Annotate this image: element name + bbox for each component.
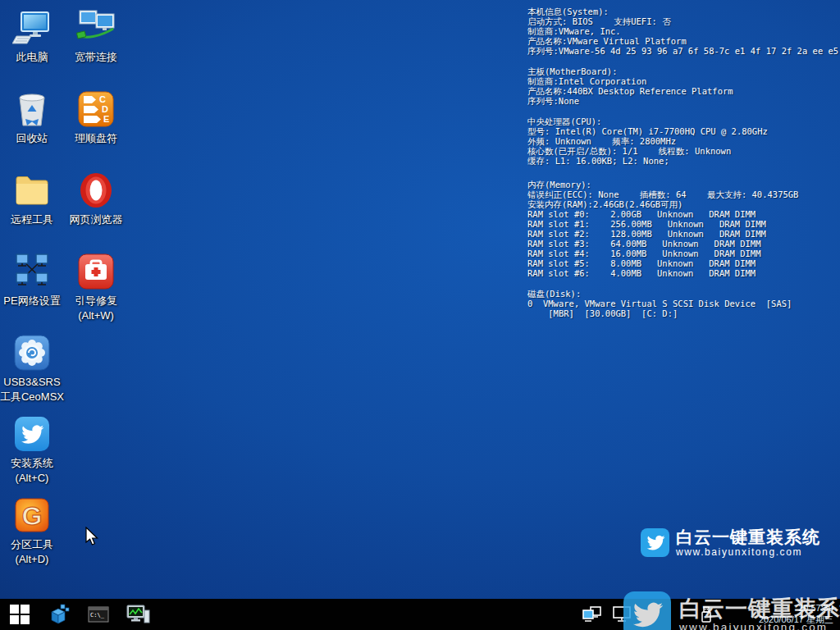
twitter-bird-icon <box>623 591 671 630</box>
info-line: 内存(Memory): <box>527 180 838 189</box>
info-line: 中央处理器(CPU): <box>527 116 838 126</box>
info-line: 序列号:VMware-56 4d 25 93 96 a7 6f 58-7c e1… <box>527 46 838 56</box>
desktop-icon-column: 宽带连接CDE理顺盘符网页浏览器引导修复(Alt+W) <box>64 8 128 577</box>
info-line: RAM slot #1: 256.00MB Unknown DRAM DIMM <box>527 219 838 229</box>
desktop-icon-label: USB3&SRS工具CeoMSX <box>0 375 64 404</box>
taskbar-command-prompt-button[interactable]: C:\_ <box>79 599 118 630</box>
info-line: RAM slot #3: 64.00MB Unknown DRAM DIMM <box>527 239 838 249</box>
desktop-icon-label: 回收站 <box>16 131 48 146</box>
info-line: RAM slot #2: 128.00MB Unknown DRAM DIMM <box>527 229 838 239</box>
info-line: RAM slot #0: 2.00GB Unknown DRAM DIMM <box>527 209 838 219</box>
folder-icon <box>12 171 52 210</box>
info-line: 缓存: L1: 16.00KB; L2: None; <box>527 156 838 166</box>
desktop-icon-remote-tools[interactable]: 远程工具 <box>0 171 64 252</box>
svg-text:E: E <box>103 114 109 124</box>
boot-repair-icon <box>76 252 116 291</box>
broadband-icon <box>76 8 116 48</box>
desktop-icon-label: PE网络设置 <box>3 294 60 308</box>
system-info-motherboard: 主板(MotherBoard):制造商:Intel Corporation产品名… <box>527 66 838 106</box>
desktop-icon-label: 理顺盘符 <box>75 131 117 146</box>
desktop-icon-label: 宽带连接 <box>75 50 117 65</box>
desktop-icon-web-browser[interactable]: 网页浏览器 <box>64 171 128 252</box>
info-line: 核心数(已开启/总数): 1/1 线程数: Unknown <box>527 146 838 156</box>
desktop-icon-drive-letters[interactable]: CDE理顺盘符 <box>64 89 128 171</box>
info-line: [MBR] [30.00GB] [C: D:] <box>527 308 838 318</box>
pe-network-icon <box>12 252 52 291</box>
install-system-icon <box>12 414 52 454</box>
info-line: 外频: Unknown 频率: 2800MHz <box>527 136 838 146</box>
svg-text:C: C <box>99 94 106 104</box>
this-pc-icon <box>12 8 52 48</box>
info-line: 主板(MotherBoard): <box>527 66 838 76</box>
info-line: RAM slot #5: 8.00MB Unknown DRAM DIMM <box>527 258 838 268</box>
desktop-icon-recycle-bin[interactable]: 回收站 <box>0 89 64 171</box>
system-info-system: 本机信息(System):启动方式: BIOS 支持UEFI: 否制造商:VMw… <box>527 7 838 56</box>
info-line: 磁盘(Disk): <box>527 289 838 299</box>
system-info-panel: 本机信息(System):启动方式: BIOS 支持UEFI: 否制造商:VMw… <box>527 7 838 329</box>
desktop-icon-partition-tool[interactable]: G分区工具(Alt+D) <box>0 495 64 577</box>
svg-text:D: D <box>102 104 108 114</box>
hw-monitor-icon <box>126 603 150 626</box>
recycle-bin-icon <box>12 89 52 129</box>
drive-letter-icon: CDE <box>76 89 116 129</box>
desktop-icon-install-system[interactable]: 安装系统(Alt+C) <box>0 414 64 495</box>
desktop-icon-this-pc[interactable]: 此电脑 <box>0 8 64 89</box>
info-line: 型号: Intel(R) Core(TM) i7-7700HQ CPU @ 2.… <box>527 126 838 136</box>
desktop-icon-label: 安装系统(Alt+C) <box>11 456 53 486</box>
info-line: RAM slot #6: 4.00MB Unknown DRAM DIMM <box>527 268 838 278</box>
info-line: 制造商:Intel Corporation <box>527 76 838 86</box>
desktop-icon-broadband[interactable]: 宽带连接 <box>64 8 128 89</box>
windows-logo-icon <box>9 604 30 625</box>
info-line: 安装内存(RAM):2.46GB(2.46GB可用) <box>527 199 838 209</box>
desktop-icon-usb3-srs-tool[interactable]: USB3&SRS工具CeoMSX <box>0 333 64 414</box>
desktop-icon-column: 此电脑回收站远程工具PE网络设置USB3&SRS工具CeoMSX安装系统(Alt… <box>0 8 64 577</box>
info-line: 产品名称:440BX Desktop Reference Platform <box>527 86 838 96</box>
twitter-bird-icon <box>641 528 669 557</box>
info-line: 启动方式: BIOS 支持UEFI: 否 <box>527 16 838 26</box>
desktop-icon-label: 网页浏览器 <box>70 212 123 227</box>
desktop-icon-label: 分区工具(Alt+D) <box>11 537 53 567</box>
info-line: 制造商:VMware, Inc. <box>527 26 838 36</box>
desktop-icon-grid: 此电脑回收站远程工具PE网络设置USB3&SRS工具CeoMSX安装系统(Alt… <box>0 8 128 577</box>
taskbar-start-button[interactable] <box>0 599 39 630</box>
system-info-memory: 内存(Memory):错误纠正(ECC): None 插槽数: 64 最大支持:… <box>527 180 838 278</box>
desktop-icon-label: 远程工具 <box>11 212 53 227</box>
system-info-disk: 磁盘(Disk):0 VMware, VMware Virtual S SCSI… <box>527 289 838 318</box>
info-line: 错误纠正(ECC): None 插槽数: 64 最大支持: 40.4375GB <box>527 189 838 199</box>
watermark-url: www.baiyunxitong.com <box>679 621 840 630</box>
taskbar-app-icons: C:\_ <box>0 599 158 630</box>
taskbar-registry-editor-button[interactable] <box>39 599 79 630</box>
brand-watermark-overlay: 白云一键重装系统 www.baiyunxitong.com <box>623 591 840 630</box>
info-line: RAM slot #4: 16.00MB Unknown DRAM DIMM <box>527 249 838 258</box>
usb3-tool-icon <box>12 333 52 372</box>
registry-cube-icon <box>48 603 71 626</box>
info-line: 本机信息(System): <box>527 7 838 16</box>
brand-watermark: 白云一键重装系统 www.baiyunxitong.com <box>641 527 820 558</box>
info-line: 序列号:None <box>527 96 838 106</box>
desktop-icon-pe-network[interactable]: PE网络设置 <box>0 252 64 333</box>
taskbar-hardware-monitor-button[interactable] <box>118 599 158 630</box>
watermark-title: 白云一键重装系统 <box>679 597 840 621</box>
desktop-icon-boot-repair[interactable]: 引导修复(Alt+W) <box>64 252 128 333</box>
opera-icon <box>76 171 116 210</box>
svg-text:G: G <box>22 501 43 531</box>
watermark-url: www.baiyunxitong.com <box>676 546 820 558</box>
svg-text:C:\_: C:\_ <box>90 612 105 619</box>
network-tray-icon[interactable] <box>582 606 602 623</box>
info-line: 产品名称:VMware Virtual Platform <box>527 36 838 46</box>
info-line: 0 VMware, VMware Virtual S SCSI Disk Dev… <box>527 299 838 308</box>
system-info-cpu: 中央处理器(CPU):型号: Intel(R) Core(TM) i7-7700… <box>527 116 838 166</box>
partition-icon: G <box>12 495 52 535</box>
cmd-icon: C:\_ <box>87 603 110 626</box>
desktop-icon-label: 此电脑 <box>16 50 48 65</box>
desktop-icon-label: 引导修复(Alt+W) <box>75 294 117 323</box>
watermark-title: 白云一键重装系统 <box>676 527 820 546</box>
